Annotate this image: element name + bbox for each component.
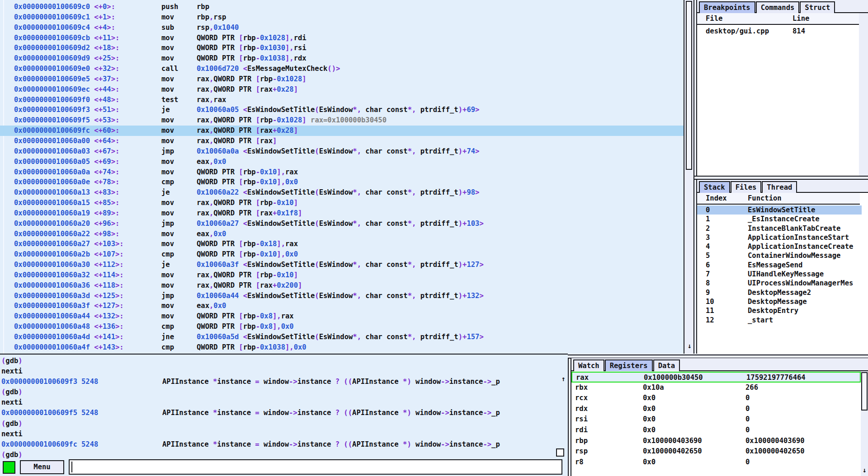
breakpoint-row[interactable]: desktop/gui.cpp814 bbox=[697, 26, 859, 37]
stack-tabbar: StackFilesThread bbox=[697, 180, 868, 193]
command-input[interactable] bbox=[69, 459, 562, 475]
disasm-line[interactable]: 0x0000000010060a36 <+118>:movrax,QWORD P… bbox=[0, 280, 684, 291]
register-row[interactable]: rbp0x1000004036900x100000403690 bbox=[571, 436, 861, 447]
disasm-line[interactable]: 0x0000000010060a03 <+67>:jmp0x10060a0a <… bbox=[0, 146, 684, 157]
stack-panel: StackFilesThread Index Function 0EsWindo… bbox=[697, 180, 868, 354]
stack-frame-row[interactable]: 3ApplicationInstanceStart bbox=[697, 233, 862, 242]
scroll-down-icon[interactable]: ↓ bbox=[861, 466, 868, 474]
stack-frame-row[interactable]: 2InstanceBlankTabCreate bbox=[697, 224, 862, 233]
breakpoints-scroll-track[interactable] bbox=[859, 13, 868, 176]
register-row[interactable]: rcx0x00 bbox=[571, 393, 861, 404]
register-row[interactable]: r80x00 bbox=[571, 457, 861, 468]
disasm-line[interactable]: 0x0000000010060a2b <+107>:cmpQWORD PTR [… bbox=[0, 249, 684, 260]
disasm-line[interactable]: 0x0000000010060a0e <+78>:cmpQWORD PTR [r… bbox=[0, 177, 684, 187]
disasm-line[interactable]: 0x00000000100609d9 <+25>:movQWORD PTR [r… bbox=[0, 53, 684, 64]
disasm-line[interactable]: 0x0000000010060a19 <+89>:movrax,QWORD PT… bbox=[0, 208, 684, 219]
registers-panel: WatchRegistersData rax0x100000b304501759… bbox=[571, 358, 868, 476]
stack-frame-row[interactable]: 0EsWindowSetTitle bbox=[697, 205, 862, 215]
disasm-line[interactable]: 0x0000000010060a48 <+136>:cmpQWORD PTR [… bbox=[0, 322, 684, 332]
breakpoints-rows: desktop/gui.cpp814 bbox=[697, 26, 859, 37]
breakpoints-panel: BreakpointsCommandsStruct File Line desk… bbox=[697, 0, 868, 176]
scroll-down-icon[interactable]: ↓ bbox=[686, 341, 693, 350]
register-row[interactable]: rdi0x00 bbox=[571, 425, 861, 436]
stack-frame-row[interactable]: 10DesktopMessage bbox=[697, 297, 862, 306]
stack-rows: 0EsWindowSetTitle1_EsInstanceCreate2Inst… bbox=[697, 205, 862, 325]
tab-registers[interactable]: Registers bbox=[605, 359, 653, 371]
console-line: nexti bbox=[0, 429, 559, 439]
disasm-line[interactable]: 0x0000000010060a13 <+83>:je0x10060a22 <E… bbox=[0, 187, 684, 198]
stack-frame-row[interactable]: 12_start bbox=[697, 316, 862, 325]
vertical-divider-bottom[interactable] bbox=[568, 355, 571, 476]
scroll-up-icon[interactable]: ↑ bbox=[560, 375, 567, 383]
breakpoints-header: File Line bbox=[697, 13, 859, 25]
disasm-line[interactable]: 0x00000000100609cb <+11>:movQWORD PTR [r… bbox=[0, 33, 684, 43]
stack-frame-row[interactable]: 6EsMessageSend bbox=[697, 261, 862, 270]
disasm-line[interactable]: 0x0000000010060a30 <+112>:je0x10060a3f <… bbox=[0, 260, 684, 270]
horizontal-divider-stack[interactable] bbox=[694, 176, 868, 180]
disasm-line[interactable]: 0x0000000010060a15 <+85>:movrax,QWORD PT… bbox=[0, 198, 684, 208]
tab-commands[interactable]: Commands bbox=[756, 1, 800, 13]
stack-frame-row[interactable]: 7UIHandleKeyMessage bbox=[697, 270, 862, 279]
disasm-line[interactable]: 0x00000000100609f0 <+48>:testrax,rax bbox=[0, 95, 684, 105]
console-line: (gdb) bbox=[0, 419, 559, 429]
register-rows: rax0x100000b3045017592197776464rbx0x10a2… bbox=[571, 372, 861, 467]
console-scrollbar-thumb[interactable] bbox=[556, 448, 564, 457]
console-line: (gdb) bbox=[0, 356, 559, 366]
stack-frame-row[interactable]: 1_EsInstanceCreate bbox=[697, 215, 862, 224]
disasm-line[interactable]: 0x00000000100609c4 <+4>:subrsp,0x1040 bbox=[0, 23, 684, 33]
disasm-line[interactable]: 0x0000000010060a4d <+141>:jne0x10060a5d … bbox=[0, 332, 684, 342]
stack-frame-row[interactable]: 8UIProcessWindowManagerMes bbox=[697, 279, 862, 288]
disasm-line[interactable]: 0x0000000010060a44 <+132>:movQWORD PTR [… bbox=[0, 311, 684, 322]
disasm-line[interactable]: 0x0000000010060a0a <+74>:movQWORD PTR [r… bbox=[0, 167, 684, 177]
console-line: nexti bbox=[0, 397, 559, 408]
console-line: nexti bbox=[0, 366, 559, 377]
stack-header: Index Function bbox=[697, 193, 860, 205]
tab-stack[interactable]: Stack bbox=[699, 181, 730, 193]
tab-data[interactable]: Data bbox=[653, 359, 680, 371]
register-row[interactable]: rsp0x1000004026500x100000402650 bbox=[571, 446, 861, 457]
disasm-line[interactable]: 0x00000000100609e5 <+37>:movrax,QWORD PT… bbox=[0, 74, 684, 84]
stack-frame-row[interactable]: 5ContainerWindowMessage bbox=[697, 251, 862, 260]
disassembly-scrollbar-thumb[interactable] bbox=[686, 1, 692, 170]
registers-scrollbar-thumb[interactable] bbox=[861, 372, 868, 411]
tab-thread[interactable]: Thread bbox=[762, 181, 797, 193]
stack-frame-row[interactable]: 9DesktopMessage2 bbox=[697, 288, 862, 297]
column-header-line: Line bbox=[793, 13, 809, 24]
tab-watch[interactable]: Watch bbox=[573, 359, 604, 371]
stack-frame-row[interactable]: 11DesktopEntry bbox=[697, 306, 862, 315]
console-line: (gdb) bbox=[0, 387, 559, 397]
command-input-caret bbox=[71, 462, 72, 472]
disasm-line[interactable]: 0x00000000100609c0 <+0>:pushrbp bbox=[0, 2, 684, 12]
tab-struct[interactable]: Struct bbox=[800, 1, 835, 13]
register-row[interactable]: rdx0x00 bbox=[571, 404, 861, 415]
gf-debugger-window: 0x00000000100609c0 <+0>:pushrbp0x0000000… bbox=[0, 0, 868, 476]
gdb-console-output: (gdb)nexti0x00000000100609f35248APIInsta… bbox=[0, 356, 559, 460]
disasm-line[interactable]: 0x00000000100609e0 <+32>:call0x1006d720 … bbox=[0, 64, 684, 74]
column-header-index: Index bbox=[706, 193, 727, 204]
disasm-line[interactable]: 0x0000000010060a22 <+98>:moveax,0x0 bbox=[0, 229, 684, 239]
disasm-line[interactable]: 0x0000000010060a27 <+103>:movQWORD PTR [… bbox=[0, 239, 684, 249]
tab-breakpoints[interactable]: Breakpoints bbox=[699, 1, 755, 13]
register-row[interactable]: rax0x100000b3045017592197776464 bbox=[571, 372, 861, 383]
disasm-line[interactable]: 0x0000000010060a00 <+64>:movrax,QWORD PT… bbox=[0, 136, 684, 146]
disasm-line[interactable]: 0x0000000010060a05 <+69>:moveax,0x0 bbox=[0, 157, 684, 167]
disasm-line[interactable]: 0x0000000010060a3f <+127>:moveax,0x0 bbox=[0, 301, 684, 311]
disasm-line[interactable]: 0x0000000010060a4f <+143>:cmpQWORD PTR [… bbox=[0, 342, 684, 353]
stack-frame-row[interactable]: 4ApplicationInstanceCreate bbox=[697, 242, 862, 251]
breakpoints-tabbar: BreakpointsCommandsStruct bbox=[697, 0, 868, 13]
disasm-line[interactable]: 0x00000000100609f5 <+53>:movrax,QWORD PT… bbox=[0, 115, 684, 126]
console-line: 0x00000000100609f55248APIInstance *insta… bbox=[0, 408, 559, 418]
register-row[interactable]: rbx0x10a266 bbox=[571, 383, 861, 393]
disasm-line[interactable]: 0x0000000010060a20 <+96>:jmp0x10060a27 <… bbox=[0, 219, 684, 229]
disassembly-scrollbar[interactable]: ↓ bbox=[684, 0, 693, 354]
disasm-line[interactable]: 0x00000000100609f3 <+51>:je0x10060a05 <E… bbox=[0, 105, 684, 115]
disasm-line[interactable]: 0x00000000100609d2 <+18>:movQWORD PTR [r… bbox=[0, 43, 684, 53]
disasm-line[interactable]: 0x00000000100609c1 <+1>:movrbp,rsp bbox=[0, 12, 684, 23]
menu-button[interactable]: Menu bbox=[20, 460, 64, 474]
tab-files[interactable]: Files bbox=[731, 181, 762, 193]
disasm-line[interactable]: 0x00000000100609fc <+60>:movrax,QWORD PT… bbox=[0, 126, 684, 136]
register-row[interactable]: rsi0x00 bbox=[571, 414, 861, 425]
disasm-line[interactable]: 0x0000000010060a32 <+114>:movrax,QWORD P… bbox=[0, 270, 684, 280]
disasm-line[interactable]: 0x00000000100609ec <+44>:movrax,QWORD PT… bbox=[0, 84, 684, 95]
disasm-line[interactable]: 0x0000000010060a3d <+125>:jmp0x10060a44 … bbox=[0, 291, 684, 301]
